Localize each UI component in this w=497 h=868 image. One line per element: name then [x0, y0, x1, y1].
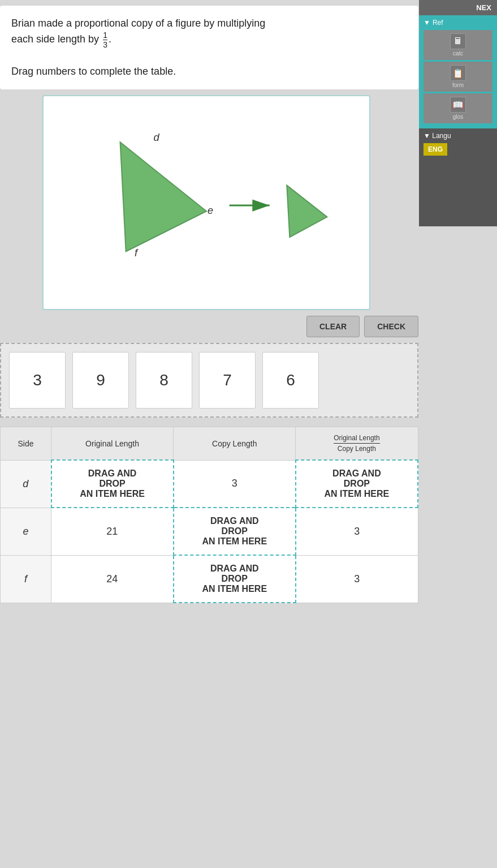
- number-tile-9[interactable]: 9: [72, 352, 129, 409]
- side-f: f: [1, 555, 51, 603]
- calc-icon: 🖩: [450, 33, 466, 49]
- drop-zone-d-original[interactable]: DRAG ANDDROPAN ITEM HERE: [51, 460, 174, 508]
- main-content: Brian made a proportional copy of a figu…: [0, 0, 418, 609]
- ratio-header-den: Copy Length: [338, 444, 376, 453]
- table-row-d: d DRAG ANDDROPAN ITEM HERE 3 DRAG ANDDRO…: [1, 460, 418, 508]
- ratio-header-num: Original Length: [334, 434, 379, 444]
- form-label: form: [452, 82, 464, 88]
- number-tile-3[interactable]: 3: [9, 352, 66, 409]
- numbers-area: 3 9 8 7 6: [0, 343, 418, 418]
- label-d: d: [154, 131, 160, 143]
- instruction-line3: Drag numbers to complete the table.: [11, 64, 407, 79]
- form-tool[interactable]: 📋 form: [423, 62, 492, 92]
- instruction-box: Brian made a proportional copy of a figu…: [0, 6, 418, 89]
- number-tile-8[interactable]: 8: [136, 352, 192, 409]
- cell-e-original: 21: [51, 508, 174, 555]
- calc-label: calc: [453, 50, 463, 57]
- next-label: NEX: [476, 3, 491, 12]
- table-row-e: e 21 DRAG ANDDROPAN ITEM HERE 3: [1, 508, 418, 555]
- ref-label: Ref: [433, 19, 443, 27]
- lang-label: Langu: [432, 132, 451, 140]
- drop-zone-e-copy[interactable]: DRAG ANDDROPAN ITEM HERE: [174, 508, 296, 555]
- side-d: d: [1, 460, 51, 508]
- instruction-line2: each side length by 1 3 .: [11, 31, 407, 49]
- drop-zone-d-ratio[interactable]: DRAG ANDDROPAN ITEM HERE: [296, 460, 418, 508]
- calc-tool[interactable]: 🖩 calc: [423, 30, 492, 60]
- col-header-ratio: Original Length Copy Length: [296, 427, 418, 461]
- label-f: f: [135, 247, 139, 259]
- cell-f-ratio: 3: [296, 555, 418, 603]
- drop-zone-f-copy[interactable]: DRAG ANDDROPAN ITEM HERE: [174, 555, 296, 603]
- sidebar: NEX ▼ Ref 🖩 calc 📋 form 📖 glos ▼ Langu E…: [419, 0, 497, 226]
- figure-svg: d e f: [44, 96, 369, 309]
- number-tile-7[interactable]: 7: [199, 352, 256, 409]
- fraction-denominator: 3: [103, 40, 107, 49]
- language-panel: ▼ Langu ENG: [419, 128, 497, 159]
- data-table: Side Original Length Copy Length Origina…: [0, 427, 418, 603]
- large-triangle: [120, 142, 206, 251]
- buttons-row: CLEAR CHECK: [0, 316, 418, 337]
- lang-arrow-icon: ▼: [423, 132, 430, 140]
- col-header-original: Original Length: [51, 427, 174, 461]
- form-icon: 📋: [450, 65, 466, 81]
- label-e: e: [208, 204, 213, 216]
- table-row-f: f 24 DRAG ANDDROPAN ITEM HERE 3: [1, 555, 418, 603]
- fraction-numerator: 1: [103, 31, 107, 40]
- glos-tool[interactable]: 📖 glos: [423, 93, 492, 123]
- cell-d-copy: 3: [174, 460, 296, 508]
- side-e: e: [1, 508, 51, 555]
- next-button[interactable]: NEX: [419, 0, 497, 15]
- language-header: ▼ Langu: [423, 132, 492, 140]
- ref-arrow-icon: ▼: [423, 19, 430, 27]
- check-button[interactable]: CHECK: [364, 316, 418, 337]
- clear-button[interactable]: CLEAR: [306, 316, 360, 337]
- ref-panel: ▼ Ref 🖩 calc 📋 form 📖 glos: [419, 15, 497, 128]
- figure-box: d e f: [42, 95, 370, 310]
- col-header-side: Side: [1, 427, 51, 461]
- cell-f-original: 24: [51, 555, 174, 603]
- glos-label: glos: [453, 114, 463, 120]
- cell-e-ratio: 3: [296, 508, 418, 555]
- small-triangle: [287, 186, 327, 237]
- instruction-line1: Brian made a proportional copy of a figu…: [11, 16, 407, 31]
- lang-eng-button[interactable]: ENG: [423, 143, 447, 156]
- fraction-display: 1 3: [103, 31, 107, 49]
- ref-header: ▼ Ref: [423, 19, 492, 27]
- glos-icon: 📖: [450, 97, 466, 113]
- number-tile-6[interactable]: 6: [262, 352, 319, 409]
- col-header-copy: Copy Length: [174, 427, 296, 461]
